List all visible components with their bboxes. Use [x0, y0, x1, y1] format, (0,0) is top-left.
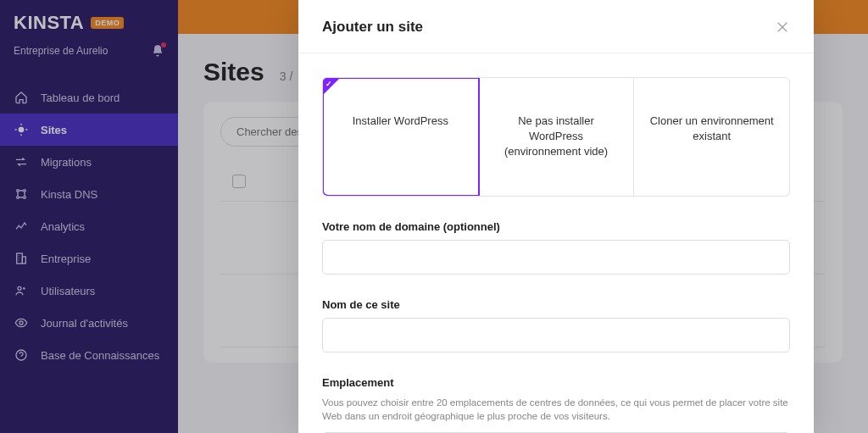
install-options: Installer WordPress Ne pas installer Wor…	[322, 77, 790, 197]
modal-body: Installer WordPress Ne pas installer Wor…	[298, 53, 814, 433]
add-site-modal: Ajouter un site Installer WordPress Ne p…	[298, 0, 814, 433]
option-label: Installer WordPress	[353, 114, 448, 127]
modal-title: Ajouter un site	[322, 19, 423, 36]
field-domain: Votre nom de domaine (optionnel)	[322, 220, 790, 275]
option-label: Ne pas installer WordPress (environnemen…	[504, 114, 608, 158]
field-site-name: Nom de ce site	[322, 298, 790, 353]
field-label: Nom de ce site	[322, 298, 790, 311]
option-install-wordpress[interactable]: Installer WordPress	[323, 78, 479, 196]
field-location: Emplacement Vous pouvez choisir entre 20…	[322, 376, 790, 433]
field-label: Votre nom de domaine (optionnel)	[322, 220, 790, 233]
option-clone-env[interactable]: Cloner un environnement existant	[634, 78, 789, 196]
field-label: Emplacement	[322, 376, 790, 389]
domain-input[interactable]	[322, 240, 790, 275]
modal-header: Ajouter un site	[298, 0, 814, 53]
option-no-install[interactable]: Ne pas installer WordPress (environnemen…	[479, 78, 635, 196]
field-help: Vous pouvez choisir entre 20 emplacement…	[322, 396, 790, 424]
close-icon[interactable]	[775, 19, 790, 35]
site-name-input[interactable]	[322, 318, 790, 353]
option-label: Cloner un environnement existant	[650, 114, 774, 142]
